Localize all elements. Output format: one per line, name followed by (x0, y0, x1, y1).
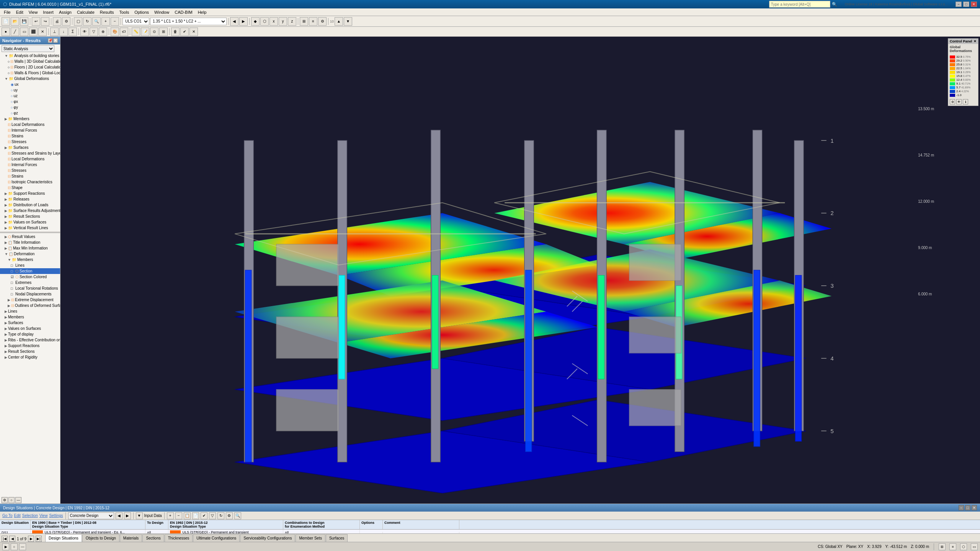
minimize-button[interactable]: − (956, 2, 962, 7)
nav-mem-int-forces[interactable]: ⊟ Internal Forces (0, 127, 60, 133)
tb-render[interactable]: ◆ (251, 17, 260, 26)
menu-help[interactable]: Help (196, 9, 209, 15)
tb-scale-down[interactable]: ▼ (344, 17, 352, 26)
menu-window[interactable]: Window (152, 9, 172, 15)
nav-surf-stresses[interactable]: ⊟ Stresses (0, 168, 60, 173)
menu-options[interactable]: Options (132, 9, 151, 15)
nav-surf-isotropic[interactable]: ⊟ Isotropic Characteristics (0, 179, 60, 185)
nav-releases[interactable]: ▶ 📁 Releases (0, 196, 60, 202)
nav-global-deformations[interactable]: ▼ 📁 Global Deformations (0, 76, 60, 82)
nav-surfaces[interactable]: ▶ 📁 Surfaces (0, 145, 60, 150)
tb-view-y[interactable]: y (279, 17, 287, 26)
bt-ok[interactable]: ✔ (201, 512, 207, 519)
tb-prev[interactable]: ◀ (230, 17, 238, 26)
nav-vertical-result[interactable]: ▶ 📁 Vertical Result Lines (0, 225, 60, 231)
tab-sections[interactable]: Sections (142, 534, 164, 542)
nav-surface-results[interactable]: ▶ 📁 Surface Results Adjustments (0, 208, 60, 214)
nav-surfaces2[interactable]: ▶ Surfaces (0, 320, 60, 326)
status-btn-play[interactable]: ▶ (2, 543, 9, 550)
nav-values-surfaces[interactable]: ▶ 📁 Values on Surfaces (0, 219, 60, 225)
page-next[interactable]: ▶ (28, 536, 34, 542)
nav-center-rigidity[interactable]: ▶ Center of Rigidity (0, 354, 60, 360)
nav-ux[interactable]: ◉ ux (0, 82, 60, 87)
tb2-load[interactable]: ↓ (59, 28, 68, 36)
tb-view-3d[interactable]: ⬡ (260, 17, 269, 26)
tb2-annotate[interactable]: 📝 (141, 28, 149, 36)
nav-surf-int-forces[interactable]: ⊟ Internal Forces (0, 162, 60, 168)
bt-selection[interactable]: Selection (22, 514, 38, 518)
nav-values-surfaces2[interactable]: ▶ Values on Surfaces (0, 326, 60, 331)
nav-btn-1[interactable]: ⚙ (2, 497, 8, 503)
tb2-cancel[interactable]: ✕ (189, 28, 198, 36)
tab-design-situations[interactable]: Design Situations (45, 534, 82, 542)
nav-pin[interactable]: 📌 (48, 38, 52, 43)
tb-select[interactable]: ▢ (74, 17, 82, 26)
tb2-support[interactable]: ⊥ (50, 28, 59, 36)
bt-paste[interactable]: 📄 (192, 512, 199, 519)
nav-mem-local-def[interactable]: ⊟ Local Deformations (0, 122, 60, 127)
tb-new[interactable]: 📄 (2, 17, 10, 26)
status-btn-circle[interactable]: ○ (11, 543, 18, 550)
nav-uy[interactable]: ○ uy (0, 87, 60, 93)
tb-scale-up[interactable]: ▲ (335, 17, 343, 26)
nav-mem-strains[interactable]: ⊟ Strains (0, 133, 60, 139)
nav-def-members[interactable]: ▼ 📁 Members (0, 257, 60, 262)
nav-surf-strains[interactable]: ⊟ Strains (0, 173, 60, 179)
cp-icon-info[interactable]: ℹ (963, 99, 968, 104)
cp-close[interactable]: ✕ (973, 39, 977, 43)
close-button[interactable]: ✕ (971, 2, 977, 7)
tb2-eye[interactable]: 👁 (80, 28, 89, 36)
nav-def-lines[interactable]: □ Lines (0, 262, 60, 268)
nav-walls-floors[interactable]: ○ ⊟ Walls & Floors | Global-Local Calc..… (0, 70, 60, 76)
lc-formula[interactable]: 1.35 * LC1 + 1.50 * LC2 + ... (150, 18, 227, 25)
nav-def-nodal[interactable]: □ Nodal Displacements (0, 291, 60, 297)
nav-result-sections[interactable]: ▶ 📁 Result Sections (0, 214, 60, 219)
tb2-grid[interactable]: ⊞ (159, 28, 168, 36)
status-view-btn4[interactable]: ▭ (971, 543, 978, 550)
nav-mem-stresses[interactable]: ⊟ Stresses (0, 139, 60, 145)
tb-properties[interactable]: ⚙ (62, 17, 70, 26)
tab-ultimate-config[interactable]: Ultimate Configurations (193, 534, 240, 542)
tb2-measure[interactable]: 📏 (132, 28, 140, 36)
tb2-solid[interactable]: ⬛ (29, 28, 38, 36)
tb2-line[interactable]: ╱ (11, 28, 19, 36)
tb2-tag[interactable]: 🏷 (120, 28, 128, 36)
nav-support-reactions2[interactable]: ▶ Support Reactions (0, 343, 60, 349)
bottom-float[interactable]: □ (965, 505, 970, 510)
tb-layers[interactable]: ≡ (309, 17, 317, 26)
viewport-3d[interactable]: 1 2 3 4 5 13.500 m 14.752 m 12.000 m 9.0… (60, 37, 980, 504)
tb-save[interactable]: 💾 (20, 17, 28, 26)
tab-serviceability-config[interactable]: Serviceability Configurations (240, 534, 295, 542)
tb-print[interactable]: 🖨 (53, 17, 61, 26)
status-view-btn2[interactable]: ≡ (949, 543, 956, 550)
nav-walls-3d[interactable]: ○ ⊟ Walls | 3D Global Calculation (0, 59, 60, 64)
status-view-btn3[interactable]: ⬡ (960, 543, 967, 550)
tb-zoom[interactable]: 🔍 (92, 17, 101, 26)
nav-phiz[interactable]: ○ φz (0, 110, 60, 116)
tb-settings2[interactable]: ⚙ (318, 17, 327, 26)
tb-undo[interactable]: ↩ (32, 17, 40, 26)
table-row[interactable]: DS1 ULS (STR/GEO) - Permanent and transi… (0, 530, 980, 533)
tb-next[interactable]: ▶ (239, 17, 248, 26)
bt-edit[interactable]: Edit (14, 514, 21, 518)
menu-view[interactable]: View (26, 9, 40, 15)
bt-btn2[interactable]: ▶ (124, 512, 131, 519)
nav-members[interactable]: ▶ 📁 Members (0, 116, 60, 122)
nav-def-section-colored[interactable]: ☑ ⬡ Section Colored (0, 274, 60, 280)
nav-floors-2d[interactable]: ○ ⊟ Floors | 2D Local Calculation (0, 64, 60, 70)
tb2-surface[interactable]: ▭ (20, 28, 28, 36)
nav-surf-local-def[interactable]: ⊟ Local Deformations (0, 156, 60, 162)
page-first[interactable]: |◀ (2, 536, 8, 542)
nav-close[interactable]: ✕ (53, 38, 58, 43)
menu-edit[interactable]: Edit (14, 9, 26, 15)
nav-def-extremes[interactable]: □ Extremes (0, 280, 60, 285)
menu-calculate[interactable]: Calculate (75, 9, 97, 15)
menu-tools[interactable]: Tools (117, 9, 131, 15)
bt-add[interactable]: + (167, 512, 174, 519)
bt-filter[interactable]: ▽ (209, 512, 216, 519)
menu-cadbim[interactable]: CAD-BIM (172, 9, 194, 15)
nav-distribution-loads[interactable]: ▶ 📁 Distribution of Loads (0, 202, 60, 208)
bt-copy[interactable]: 📋 (184, 512, 191, 519)
tb-zoom-in[interactable]: + (101, 17, 110, 26)
tb-open[interactable]: 📂 (11, 17, 19, 26)
